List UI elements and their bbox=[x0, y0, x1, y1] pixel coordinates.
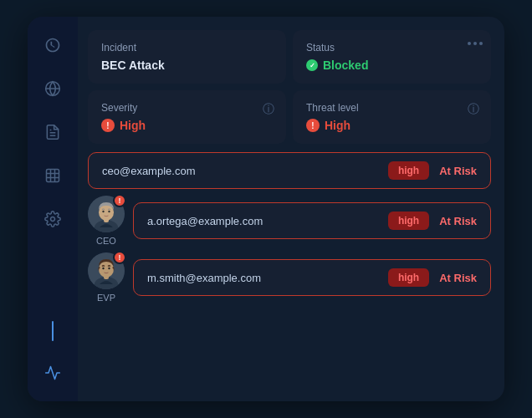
svg-point-20 bbox=[102, 268, 104, 269]
severity-title: Severity bbox=[101, 102, 273, 114]
svg-point-15 bbox=[108, 211, 110, 212]
user-badge-high-1: high bbox=[388, 212, 429, 230]
user-role-2: EVP bbox=[97, 293, 115, 303]
user-risk-1: At Risk bbox=[439, 215, 477, 227]
dot2 bbox=[473, 42, 477, 45]
threat-title: Threat level bbox=[306, 102, 478, 114]
settings-icon[interactable] bbox=[41, 207, 64, 231]
incident-card: Incident BEC Attack bbox=[88, 30, 286, 84]
user-row-2: ! EVP m.smith@example.com high At Risk bbox=[88, 252, 491, 303]
user-rows: ceo@example.com high At Risk bbox=[88, 152, 491, 303]
severity-value: ! High bbox=[101, 119, 273, 132]
user-avatar-col-2: ! EVP bbox=[88, 252, 125, 303]
threat-alert-icon: ! bbox=[306, 119, 320, 132]
user-row-card-2[interactable]: m.smith@example.com high At Risk bbox=[133, 259, 491, 296]
user-badge-high-2: high bbox=[388, 268, 429, 287]
incident-value: BEC Attack bbox=[101, 59, 273, 72]
user-risk-2: At Risk bbox=[439, 272, 477, 284]
severity-alert-icon: ! bbox=[101, 119, 115, 132]
svg-rect-4 bbox=[47, 170, 59, 182]
chart-icon[interactable] bbox=[41, 164, 64, 187]
threat-value: ! High bbox=[306, 119, 478, 132]
status-value: Blocked bbox=[306, 59, 478, 72]
speedometer-icon[interactable] bbox=[41, 33, 64, 57]
user-row-card-1[interactable]: a.ortega@example.com high At Risk bbox=[133, 202, 491, 239]
main-content: Incident BEC Attack Status Blocked Sever… bbox=[78, 17, 504, 401]
user-badge-alert-2: ! bbox=[113, 251, 126, 264]
severity-card: Severity ⓘ ! High bbox=[88, 90, 286, 144]
status-title: Status bbox=[306, 42, 478, 54]
globe-icon[interactable] bbox=[41, 77, 64, 100]
user-row-1: ! CEO a.ortega@example.com high At Risk bbox=[88, 196, 491, 246]
incident-title: Incident bbox=[101, 42, 273, 54]
user-avatar-col-1: ! CEO bbox=[88, 196, 125, 246]
activity-icon[interactable] bbox=[41, 361, 64, 385]
status-card: Status Blocked bbox=[293, 30, 491, 84]
active-indicator bbox=[52, 321, 54, 341]
dot3 bbox=[479, 42, 483, 45]
main-card: Incident BEC Attack Status Blocked Sever… bbox=[28, 17, 504, 401]
user-row-0: ceo@example.com high At Risk bbox=[88, 152, 491, 189]
sidebar bbox=[28, 17, 78, 401]
user-risk-0: At Risk bbox=[439, 165, 477, 177]
status-check-icon bbox=[306, 59, 318, 71]
user-badge-alert-1: ! bbox=[113, 194, 126, 207]
threat-card: Threat level ⓘ ! High bbox=[293, 90, 491, 144]
info-grid: Incident BEC Attack Status Blocked Sever… bbox=[88, 30, 491, 144]
threat-info-icon[interactable]: ⓘ bbox=[468, 102, 479, 117]
svg-point-9 bbox=[51, 217, 55, 222]
user-email-1: a.ortega@example.com bbox=[147, 215, 378, 227]
user-role-1: CEO bbox=[96, 236, 116, 246]
svg-point-14 bbox=[102, 211, 104, 212]
search-doc-icon[interactable] bbox=[41, 120, 64, 144]
user-email-2: m.smith@example.com bbox=[147, 272, 378, 284]
severity-info-icon[interactable]: ⓘ bbox=[263, 102, 274, 117]
dot1 bbox=[468, 42, 471, 45]
user-avatar-wrap-2: ! bbox=[88, 252, 125, 289]
svg-point-19 bbox=[99, 261, 114, 278]
svg-point-21 bbox=[108, 268, 110, 269]
more-dots[interactable] bbox=[468, 42, 483, 45]
user-email-0: ceo@example.com bbox=[102, 165, 378, 177]
user-badge-0: high bbox=[388, 161, 429, 180]
user-avatar-wrap-1: ! bbox=[88, 196, 125, 232]
user-row-card-0[interactable]: ceo@example.com high At Risk bbox=[88, 152, 491, 189]
